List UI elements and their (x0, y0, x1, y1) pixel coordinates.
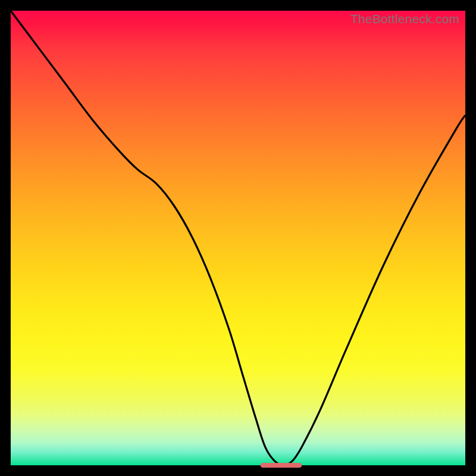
plot-area: TheBottleneck.com (11, 11, 465, 465)
bottleneck-curve (11, 11, 465, 465)
chart-frame: TheBottleneck.com (0, 0, 476, 476)
curve-path (11, 11, 465, 465)
optimum-marker (261, 463, 302, 468)
